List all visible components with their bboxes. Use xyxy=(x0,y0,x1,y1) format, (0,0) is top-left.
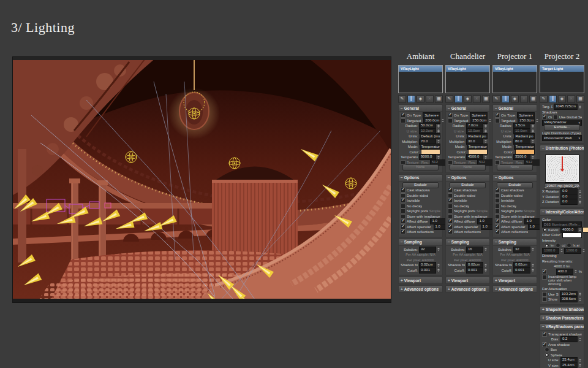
shadow-bias-spinner[interactable] xyxy=(437,264,440,267)
subdivs-field[interactable]: 16 xyxy=(466,247,483,253)
subdivs-spinner[interactable] xyxy=(532,248,535,251)
targ-dist-spinner[interactable] xyxy=(579,105,582,109)
make-unique-icon[interactable]: ◈ xyxy=(417,95,424,103)
radius-spinner[interactable] xyxy=(484,125,488,128)
no-decay-checkbox[interactable] xyxy=(495,204,500,209)
rollout-header-sampling[interactable]: −Sampling xyxy=(398,239,443,246)
use-global-settings-checkbox[interactable] xyxy=(553,115,558,120)
affect-reflections-checkbox[interactable] xyxy=(401,229,405,234)
targ-dist-field[interactable]: 1048.725cm xyxy=(554,104,578,110)
pin-stack-icon[interactable]: ✎ xyxy=(445,95,453,103)
affect-reflections-checkbox[interactable] xyxy=(448,229,453,234)
rollout-header-shadow-parameters[interactable]: +Shadow Parameters xyxy=(540,315,584,322)
stack-selected-item[interactable]: VRayLight xyxy=(493,66,537,72)
incandescent-lamp-color-shift-when-dimming-checkbox[interactable] xyxy=(542,275,547,280)
none-button[interactable]: None xyxy=(450,164,486,171)
rollout-header-sampling[interactable]: −Sampling xyxy=(492,239,537,246)
temperature-spinner[interactable] xyxy=(532,156,535,159)
targeted-spinner[interactable] xyxy=(442,119,444,122)
cutoff-spinner[interactable] xyxy=(437,269,440,272)
modifier-stack[interactable]: VRayLight xyxy=(445,65,490,93)
rollout-header-general[interactable]: −General xyxy=(445,104,490,112)
rollout-header-viewport[interactable]: +Viewport xyxy=(445,277,490,284)
cutoff-spinner[interactable] xyxy=(484,269,488,272)
make-unique-icon[interactable]: ◈ xyxy=(464,95,472,103)
rollout-header-viewport[interactable]: +Viewport xyxy=(398,277,443,284)
rollout-header-intensity-color-attenuat[interactable]: −Intensity/Color/Attenuat xyxy=(540,209,584,216)
remove-modifier-icon[interactable]: ✕ xyxy=(520,95,528,103)
texture-checkbox[interactable] xyxy=(495,160,500,165)
kelvin-color-swatch[interactable] xyxy=(582,227,588,232)
pin-stack-icon[interactable]: ✎ xyxy=(398,95,406,103)
targeted-spinner[interactable] xyxy=(536,119,538,122)
transparent-shadows-checkbox[interactable] xyxy=(542,332,547,337)
rollout-header-sampling[interactable]: −Sampling xyxy=(445,239,490,246)
kelvin-spinner[interactable] xyxy=(579,228,581,231)
cutoff-field[interactable]: 0.001 xyxy=(419,267,436,274)
u-size-spinner[interactable] xyxy=(484,129,488,132)
affect-reflections-checkbox[interactable] xyxy=(495,229,500,234)
skylight-portal-checkbox[interactable] xyxy=(448,209,453,213)
rollout-header-viewport[interactable]: +Viewport xyxy=(492,277,537,284)
rollout-header-general[interactable]: −General xyxy=(492,104,537,112)
exclude-button[interactable]: Exclude... xyxy=(544,125,580,131)
invisible-checkbox[interactable] xyxy=(495,198,500,203)
cast-shadows-checkbox[interactable] xyxy=(495,188,500,193)
remove-modifier-icon[interactable]: ✕ xyxy=(473,95,481,103)
double-sided-checkbox[interactable] xyxy=(495,193,500,198)
area-shadow-checkbox[interactable] xyxy=(542,342,547,347)
stack-selected-item[interactable]: VRayLight xyxy=(399,66,442,72)
400-0-spinner[interactable] xyxy=(575,270,578,273)
kelvin-radio[interactable] xyxy=(542,228,547,232)
skylight-portal-checkbox[interactable] xyxy=(495,209,500,213)
show-end-result-icon[interactable]: ║ xyxy=(454,95,462,103)
multiplier-spinner[interactable] xyxy=(484,140,488,143)
rollout-header-options[interactable]: −Options xyxy=(492,174,537,182)
targeted-checkbox[interactable] xyxy=(401,118,405,123)
stack-selected-item[interactable]: Target Light xyxy=(540,66,584,72)
targeted-checkbox[interactable] xyxy=(448,118,453,123)
texture-checkbox[interactable] xyxy=(448,160,453,165)
filter-color-color-swatch[interactable] xyxy=(562,232,582,238)
shadow-bias-spinner[interactable] xyxy=(532,264,535,267)
exclude-button[interactable]: Exclude xyxy=(497,182,533,188)
rollout-header-options[interactable]: −Options xyxy=(445,174,490,182)
remove-modifier-icon[interactable]: ✕ xyxy=(426,95,434,103)
pin-stack-icon[interactable]: ✎ xyxy=(540,95,548,103)
on-checkbox[interactable] xyxy=(542,115,547,120)
subdivs-field[interactable]: 32 xyxy=(513,247,530,253)
configure-modifier-sets-icon[interactable]: ▦ xyxy=(482,95,490,103)
subdivs-spinner[interactable] xyxy=(484,248,488,251)
remove-modifier-icon[interactable]: ✕ xyxy=(567,95,575,103)
rollout-header-advanced-options[interactable]: +Advanced options xyxy=(445,285,490,293)
radius-spinner[interactable] xyxy=(437,125,440,128)
viewport-render[interactable] xyxy=(12,56,391,303)
show-end-result-icon[interactable]: ║ xyxy=(407,95,415,103)
configure-modifier-sets-icon[interactable]: ▦ xyxy=(529,95,537,103)
subdivs-field[interactable]: 32 xyxy=(419,247,436,253)
y-rotation-spinner[interactable] xyxy=(579,195,582,198)
temperature-spinner[interactable] xyxy=(484,156,488,159)
u-size-spinner[interactable] xyxy=(532,129,535,132)
make-unique-icon[interactable]: ◈ xyxy=(511,95,519,103)
none-button[interactable]: None xyxy=(402,164,439,171)
shadow-bias-spinner[interactable] xyxy=(484,264,488,267)
rollout-header-options[interactable]: −Options xyxy=(398,174,443,182)
400-0-field[interactable]: 400.0 xyxy=(556,269,573,275)
exclude-button[interactable]: Exclude xyxy=(402,182,439,188)
rollout-header-vrayshadows-params[interactable]: −VRayShadows params xyxy=(540,323,584,331)
z-rotation-field[interactable]: 0.0 xyxy=(560,199,578,205)
x-rotation-spinner[interactable] xyxy=(579,190,582,193)
on-checkbox[interactable] xyxy=(448,113,453,118)
rollout-header-shape-area-shadows[interactable]: +Shape/Area Shadows xyxy=(540,306,584,313)
radius-spinner[interactable] xyxy=(532,125,535,128)
sphere-radio[interactable] xyxy=(545,353,549,358)
texture-checkbox[interactable] xyxy=(401,160,405,165)
end-spinner[interactable] xyxy=(579,298,582,301)
field2-a-field[interactable]: 1000.0 xyxy=(542,248,559,254)
none-button[interactable]: None xyxy=(497,164,533,171)
cast-shadows-checkbox[interactable] xyxy=(401,188,405,193)
stack-selected-item[interactable]: VRayLight xyxy=(446,66,489,72)
on-checkbox[interactable] xyxy=(495,113,500,118)
make-unique-icon[interactable]: ◈ xyxy=(558,95,566,103)
